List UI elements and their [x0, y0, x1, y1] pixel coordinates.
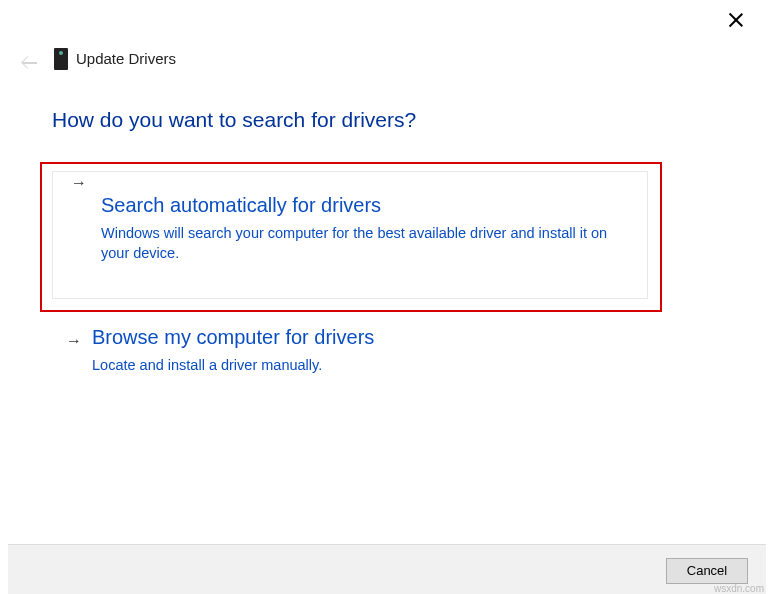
option-title: Browse my computer for drivers: [92, 326, 632, 349]
page-title: How do you want to search for drivers?: [52, 108, 416, 132]
arrow-right-icon: →: [71, 174, 87, 192]
breadcrumb: Update Drivers: [76, 50, 176, 67]
search-automatically-option[interactable]: → Search automatically for drivers Windo…: [52, 171, 648, 299]
option-description: Windows will search your computer for th…: [101, 223, 621, 264]
arrow-right-icon: →: [66, 332, 82, 350]
update-drivers-dialog: Update Drivers How do you want to search…: [8, 0, 766, 594]
back-arrow-icon[interactable]: [20, 56, 36, 70]
cancel-button[interactable]: Cancel: [666, 558, 748, 584]
option-title: Search automatically for drivers: [101, 194, 621, 217]
browse-computer-option[interactable]: Browse my computer for drivers Locate an…: [92, 326, 632, 375]
option-description: Locate and install a driver manually.: [92, 355, 632, 375]
close-icon[interactable]: [726, 10, 746, 30]
dialog-footer: Cancel: [8, 544, 766, 594]
watermark: wsxdn.com: [714, 583, 764, 594]
device-icon: [54, 48, 68, 70]
